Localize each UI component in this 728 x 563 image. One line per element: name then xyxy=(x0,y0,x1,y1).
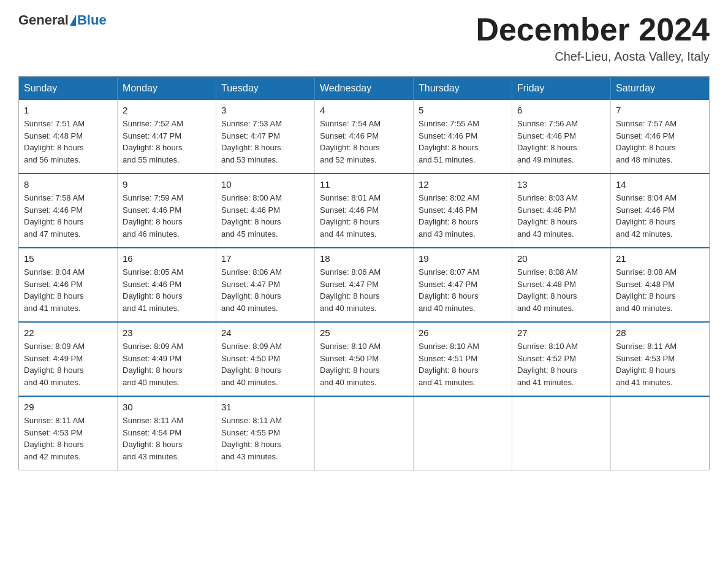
calendar-cell: 30Sunrise: 8:11 AMSunset: 4:54 PMDayligh… xyxy=(118,396,216,470)
day-number: 6 xyxy=(517,105,605,115)
day-info: Sunrise: 8:00 AMSunset: 4:46 PMDaylight:… xyxy=(221,192,309,240)
calendar-week-2: 8Sunrise: 7:58 AMSunset: 4:46 PMDaylight… xyxy=(19,174,710,248)
day-number: 15 xyxy=(24,253,112,264)
calendar-cell xyxy=(512,396,611,470)
day-number: 9 xyxy=(123,179,211,190)
calendar-cell: 14Sunrise: 8:04 AMSunset: 4:46 PMDayligh… xyxy=(611,174,710,248)
day-number: 17 xyxy=(221,253,309,264)
calendar-cell: 31Sunrise: 8:11 AMSunset: 4:55 PMDayligh… xyxy=(216,396,315,470)
day-number: 29 xyxy=(24,402,112,412)
day-info: Sunrise: 8:10 AMSunset: 4:51 PMDaylight:… xyxy=(419,340,507,388)
day-info: Sunrise: 7:59 AMSunset: 4:46 PMDaylight:… xyxy=(123,192,211,240)
day-info: Sunrise: 8:11 AMSunset: 4:54 PMDaylight:… xyxy=(123,415,211,462)
day-info: Sunrise: 8:10 AMSunset: 4:50 PMDaylight:… xyxy=(320,340,408,388)
calendar-cell: 18Sunrise: 8:06 AMSunset: 4:47 PMDayligh… xyxy=(315,248,414,322)
day-info: Sunrise: 8:01 AMSunset: 4:46 PMDaylight:… xyxy=(320,192,408,240)
calendar-cell: 7Sunrise: 7:57 AMSunset: 4:46 PMDaylight… xyxy=(611,100,710,174)
day-number: 27 xyxy=(517,327,605,338)
day-info: Sunrise: 8:08 AMSunset: 4:48 PMDaylight:… xyxy=(517,266,605,314)
day-info: Sunrise: 8:09 AMSunset: 4:50 PMDaylight:… xyxy=(221,340,309,388)
calendar-cell: 2Sunrise: 7:52 AMSunset: 4:47 PMDaylight… xyxy=(118,100,216,174)
day-info: Sunrise: 7:52 AMSunset: 4:47 PMDaylight:… xyxy=(123,118,211,166)
day-number: 10 xyxy=(221,179,309,190)
weekday-header-monday: Monday xyxy=(118,77,216,101)
day-info: Sunrise: 7:55 AMSunset: 4:46 PMDaylight:… xyxy=(419,118,507,166)
calendar-cell: 22Sunrise: 8:09 AMSunset: 4:49 PMDayligh… xyxy=(19,322,118,396)
calendar-cell xyxy=(414,396,512,470)
day-info: Sunrise: 8:07 AMSunset: 4:47 PMDaylight:… xyxy=(419,266,507,314)
day-info: Sunrise: 8:04 AMSunset: 4:46 PMDaylight:… xyxy=(616,192,704,240)
day-info: Sunrise: 7:58 AMSunset: 4:46 PMDaylight:… xyxy=(24,192,112,240)
calendar-cell xyxy=(315,396,414,470)
weekday-header-saturday: Saturday xyxy=(611,77,710,101)
calendar-cell: 4Sunrise: 7:54 AMSunset: 4:46 PMDaylight… xyxy=(315,100,414,174)
calendar-cell: 1Sunrise: 7:51 AMSunset: 4:48 PMDaylight… xyxy=(19,100,118,174)
day-info: Sunrise: 7:56 AMSunset: 4:46 PMDaylight:… xyxy=(517,118,605,166)
day-info: Sunrise: 7:51 AMSunset: 4:48 PMDaylight:… xyxy=(24,118,112,166)
day-number: 2 xyxy=(123,105,211,115)
day-number: 5 xyxy=(419,105,507,115)
weekday-header-tuesday: Tuesday xyxy=(216,77,315,101)
day-info: Sunrise: 8:04 AMSunset: 4:46 PMDaylight:… xyxy=(24,266,112,314)
day-info: Sunrise: 8:05 AMSunset: 4:46 PMDaylight:… xyxy=(123,266,211,314)
calendar-cell: 16Sunrise: 8:05 AMSunset: 4:46 PMDayligh… xyxy=(118,248,216,322)
day-number: 16 xyxy=(123,253,211,264)
calendar-cell: 27Sunrise: 8:10 AMSunset: 4:52 PMDayligh… xyxy=(512,322,611,396)
day-info: Sunrise: 8:11 AMSunset: 4:53 PMDaylight:… xyxy=(616,340,704,388)
weekday-header-wednesday: Wednesday xyxy=(315,77,414,101)
day-number: 8 xyxy=(24,179,112,190)
calendar-cell: 15Sunrise: 8:04 AMSunset: 4:46 PMDayligh… xyxy=(19,248,118,322)
page-header: General Blue December 2024 Chef-Lieu, Ao… xyxy=(18,12,710,64)
day-number: 25 xyxy=(320,327,408,338)
day-number: 28 xyxy=(616,327,704,338)
day-info: Sunrise: 8:09 AMSunset: 4:49 PMDaylight:… xyxy=(123,340,211,388)
calendar-cell: 20Sunrise: 8:08 AMSunset: 4:48 PMDayligh… xyxy=(512,248,611,322)
calendar-cell: 13Sunrise: 8:03 AMSunset: 4:46 PMDayligh… xyxy=(512,174,611,248)
day-number: 24 xyxy=(221,327,309,338)
logo-general-text: General xyxy=(18,12,69,28)
calendar-cell: 29Sunrise: 8:11 AMSunset: 4:53 PMDayligh… xyxy=(19,396,118,470)
day-number: 22 xyxy=(24,327,112,338)
day-info: Sunrise: 8:06 AMSunset: 4:47 PMDaylight:… xyxy=(221,266,309,314)
day-info: Sunrise: 8:10 AMSunset: 4:52 PMDaylight:… xyxy=(517,340,605,388)
day-number: 4 xyxy=(320,105,408,115)
day-number: 13 xyxy=(517,179,605,190)
calendar-week-5: 29Sunrise: 8:11 AMSunset: 4:53 PMDayligh… xyxy=(19,396,710,470)
day-number: 20 xyxy=(517,253,605,264)
calendar-cell: 12Sunrise: 8:02 AMSunset: 4:46 PMDayligh… xyxy=(414,174,512,248)
calendar-cell: 11Sunrise: 8:01 AMSunset: 4:46 PMDayligh… xyxy=(315,174,414,248)
day-number: 31 xyxy=(221,402,309,412)
logo-blue-text: Blue xyxy=(77,12,107,28)
month-title: December 2024 xyxy=(476,12,710,47)
calendar-cell: 21Sunrise: 8:08 AMSunset: 4:48 PMDayligh… xyxy=(611,248,710,322)
calendar-header-row: SundayMondayTuesdayWednesdayThursdayFrid… xyxy=(19,77,710,101)
calendar-week-4: 22Sunrise: 8:09 AMSunset: 4:49 PMDayligh… xyxy=(19,322,710,396)
calendar-week-1: 1Sunrise: 7:51 AMSunset: 4:48 PMDaylight… xyxy=(19,100,710,174)
day-number: 18 xyxy=(320,253,408,264)
calendar-cell: 28Sunrise: 8:11 AMSunset: 4:53 PMDayligh… xyxy=(611,322,710,396)
day-info: Sunrise: 8:09 AMSunset: 4:49 PMDaylight:… xyxy=(24,340,112,388)
calendar-cell: 6Sunrise: 7:56 AMSunset: 4:46 PMDaylight… xyxy=(512,100,611,174)
title-area: December 2024 Chef-Lieu, Aosta Valley, I… xyxy=(476,12,710,64)
day-number: 11 xyxy=(320,179,408,190)
calendar-cell: 17Sunrise: 8:06 AMSunset: 4:47 PMDayligh… xyxy=(216,248,315,322)
day-number: 23 xyxy=(123,327,211,338)
weekday-header-friday: Friday xyxy=(512,77,611,101)
calendar-cell: 19Sunrise: 8:07 AMSunset: 4:47 PMDayligh… xyxy=(414,248,512,322)
day-info: Sunrise: 8:08 AMSunset: 4:48 PMDaylight:… xyxy=(616,266,704,314)
calendar-cell: 26Sunrise: 8:10 AMSunset: 4:51 PMDayligh… xyxy=(414,322,512,396)
day-number: 14 xyxy=(616,179,704,190)
day-number: 3 xyxy=(221,105,309,115)
calendar-cell: 24Sunrise: 8:09 AMSunset: 4:50 PMDayligh… xyxy=(216,322,315,396)
calendar-table: SundayMondayTuesdayWednesdayThursdayFrid… xyxy=(18,76,710,470)
calendar-cell: 10Sunrise: 8:00 AMSunset: 4:46 PMDayligh… xyxy=(216,174,315,248)
day-number: 21 xyxy=(616,253,704,264)
calendar-cell: 9Sunrise: 7:59 AMSunset: 4:46 PMDaylight… xyxy=(118,174,216,248)
calendar-week-3: 15Sunrise: 8:04 AMSunset: 4:46 PMDayligh… xyxy=(19,248,710,322)
calendar-cell xyxy=(611,396,710,470)
day-number: 1 xyxy=(24,105,112,115)
location-title: Chef-Lieu, Aosta Valley, Italy xyxy=(476,50,710,64)
day-info: Sunrise: 7:53 AMSunset: 4:47 PMDaylight:… xyxy=(221,118,309,166)
calendar-cell: 5Sunrise: 7:55 AMSunset: 4:46 PMDaylight… xyxy=(414,100,512,174)
calendar-cell: 8Sunrise: 7:58 AMSunset: 4:46 PMDaylight… xyxy=(19,174,118,248)
